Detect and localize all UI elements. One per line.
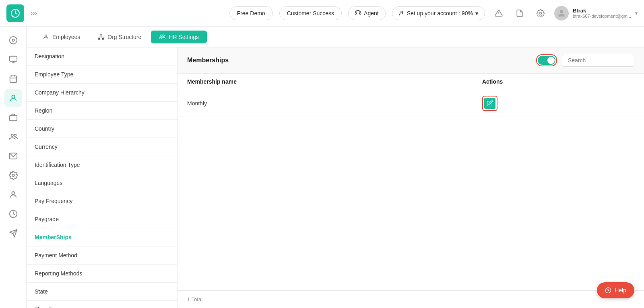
header-right (536, 54, 634, 67)
menu-item-memberships[interactable]: MemberShips (27, 228, 177, 246)
svg-point-15 (12, 95, 14, 98)
col-membership-name: Membership name (178, 74, 473, 90)
document-button[interactable] (512, 6, 527, 21)
nav-expand[interactable]: ››› (31, 10, 37, 17)
total-label: 1 Total (187, 296, 202, 302)
hr-settings-icon (159, 34, 165, 40)
menu-item-identification-type[interactable]: Identification Type (27, 156, 177, 174)
tab-employees[interactable]: Employees (35, 31, 88, 43)
svg-point-25 (45, 35, 47, 37)
sidebar-item-mail[interactable] (4, 147, 22, 165)
help-icon (605, 287, 611, 294)
sidebar-item-settings[interactable] (4, 166, 22, 184)
memberships-table: Membership name Actions Monthly (178, 74, 644, 117)
right-panel: Memberships Membership name Actions (178, 47, 644, 308)
top-nav: ››› Free Demo Customer Success Agent Set… (0, 0, 644, 27)
sidebar-item-briefcase[interactable] (4, 109, 22, 126)
org-icon (98, 34, 104, 40)
svg-point-7 (12, 39, 14, 41)
user-dropdown-arrow[interactable]: ▾ (635, 10, 638, 16)
menu-item-payment-method[interactable]: Payment Method (27, 246, 177, 265)
sidebar-item-person[interactable] (4, 89, 22, 107)
sidebar-item-monitor[interactable] (4, 51, 22, 68)
user-email: btrak607-development@gm... (573, 14, 631, 18)
panel-header: Memberships (178, 47, 644, 74)
left-menu: Designation Employee Type Company Hierar… (27, 47, 178, 308)
agent-icon (355, 10, 361, 16)
col-actions: Actions (473, 74, 644, 90)
svg-point-4 (539, 12, 541, 14)
svg-point-35 (163, 35, 165, 36)
actions-cell (473, 90, 644, 117)
toggle-wrapper[interactable] (536, 54, 557, 66)
user-name: Btrak (573, 8, 631, 14)
menu-item-time-zone[interactable]: Time Zone (27, 301, 177, 308)
tab-org-structure[interactable]: Org Structure (90, 31, 149, 43)
menu-item-reporting-methods[interactable]: Reporting Methods (27, 265, 177, 283)
menu-item-pay-frequency[interactable]: Pay Frequency (27, 192, 177, 210)
person-icon (399, 10, 405, 16)
sidebar-item-user2[interactable] (4, 186, 22, 203)
table-row: Monthly (178, 90, 644, 117)
svg-point-17 (11, 134, 13, 137)
sidebar-item-clock[interactable] (4, 205, 22, 223)
menu-item-paygrade[interactable]: Paygrade (27, 210, 177, 228)
main-area: Employees Org Structure HR Settings Desi… (27, 27, 644, 308)
sidebar-item-dashboard[interactable] (4, 31, 22, 49)
menu-item-state[interactable]: State (27, 283, 177, 301)
content-layout: Designation Employee Type Company Hierar… (27, 47, 644, 308)
svg-point-5 (560, 10, 563, 13)
menu-item-languages[interactable]: Languages (27, 174, 177, 192)
tabs-bar: Employees Org Structure HR Settings (27, 27, 644, 47)
menu-item-region[interactable]: Region (27, 102, 177, 120)
alert-button[interactable] (491, 6, 506, 21)
menu-item-country[interactable]: Country (27, 120, 177, 138)
free-demo-button[interactable]: Free Demo (229, 6, 273, 20)
svg-rect-16 (9, 115, 17, 121)
action-icon-wrap (482, 96, 497, 111)
edit-action-button[interactable] (484, 98, 495, 109)
svg-point-20 (12, 174, 14, 177)
avatar (554, 6, 569, 21)
settings-button[interactable] (533, 6, 548, 21)
add-toggle[interactable] (538, 56, 555, 65)
svg-rect-8 (9, 56, 17, 62)
menu-item-designation[interactable]: Designation (27, 47, 177, 66)
svg-rect-28 (103, 38, 104, 39)
menu-item-company-hierarchy[interactable]: Company Hierarchy (27, 84, 177, 102)
customer-success-button[interactable]: Customer Success (279, 6, 342, 20)
panel-footer: 1 Total (178, 290, 644, 308)
logo-button[interactable] (6, 4, 24, 22)
svg-point-18 (14, 134, 16, 137)
agent-button[interactable]: Agent (348, 6, 386, 20)
svg-rect-27 (98, 38, 100, 39)
left-sidebar (0, 27, 27, 308)
setup-account-button[interactable]: Set up your account : 90% ▾ (392, 6, 485, 20)
tab-hr-settings[interactable]: HR Settings (151, 31, 207, 43)
menu-item-currency[interactable]: Currency (27, 138, 177, 156)
svg-point-21 (12, 192, 14, 195)
svg-rect-26 (100, 34, 102, 35)
sidebar-item-send[interactable] (4, 224, 22, 242)
svg-point-6 (9, 37, 17, 44)
svg-point-1 (400, 11, 402, 13)
search-input[interactable] (562, 54, 634, 67)
help-button[interactable]: Help (597, 282, 634, 298)
dropdown-arrow: ▾ (475, 10, 478, 16)
menu-item-employee-type[interactable]: Employee Type (27, 66, 177, 84)
svg-rect-11 (10, 76, 17, 83)
panel-title: Memberships (187, 57, 229, 64)
sidebar-item-calendar[interactable] (4, 70, 22, 88)
sidebar-item-group[interactable] (4, 128, 22, 146)
membership-name-cell: Monthly (178, 90, 473, 117)
user-area[interactable]: Btrak btrak607-development@gm... ▾ (554, 6, 638, 21)
svg-point-34 (161, 35, 162, 36)
employees-icon (43, 34, 49, 40)
